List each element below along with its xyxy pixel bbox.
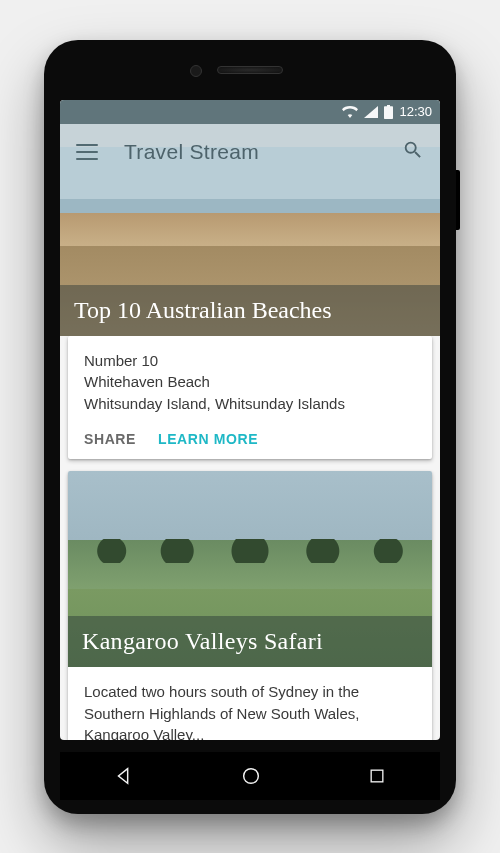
signal-icon bbox=[364, 106, 378, 118]
app-title: Travel Stream bbox=[124, 140, 259, 164]
clock-text: 12:30 bbox=[399, 104, 432, 119]
card-description: Located two hours south of Sydney in the… bbox=[84, 681, 416, 740]
card-actions: SHARE LEARN MORE bbox=[68, 423, 432, 459]
device-earpiece bbox=[217, 66, 283, 74]
status-bar: 12:30 bbox=[60, 100, 440, 124]
card-line: Whitsunday Island, Whitsunday Islands bbox=[84, 393, 416, 415]
app-bar: Travel Stream bbox=[60, 124, 440, 180]
recents-icon[interactable] bbox=[367, 766, 387, 786]
back-icon[interactable] bbox=[113, 765, 135, 787]
search-button[interactable] bbox=[402, 139, 424, 165]
scroll-content[interactable]: Top 10 Australian Beaches Number 10 Whit… bbox=[60, 100, 440, 740]
card-line: Whitehaven Beach bbox=[84, 371, 416, 393]
share-button[interactable]: SHARE bbox=[84, 431, 136, 447]
wifi-icon bbox=[342, 106, 358, 118]
device-screen: 12:30 Travel Stream Top 10 Australian Be… bbox=[60, 100, 440, 740]
svg-rect-0 bbox=[386, 111, 393, 118]
card-body: Located two hours south of Sydney in the… bbox=[68, 667, 432, 740]
android-nav-bar bbox=[60, 752, 440, 800]
card-title: Top 10 Australian Beaches bbox=[60, 285, 440, 336]
battery-icon bbox=[384, 105, 393, 119]
card-line: Number 10 bbox=[84, 350, 416, 372]
svg-point-1 bbox=[244, 768, 259, 783]
learn-more-button[interactable]: LEARN MORE bbox=[158, 431, 258, 447]
menu-icon[interactable] bbox=[76, 144, 98, 160]
card-title: Kangaroo Valleys Safari bbox=[68, 616, 432, 667]
search-icon bbox=[402, 139, 424, 161]
card: Kangaroo Valleys Safari Located two hour… bbox=[68, 471, 432, 740]
card-body: Number 10 Whitehaven Beach Whitsunday Is… bbox=[68, 336, 432, 423]
card-media[interactable]: Kangaroo Valleys Safari bbox=[68, 471, 432, 667]
svg-rect-2 bbox=[371, 770, 383, 782]
home-icon[interactable] bbox=[240, 765, 262, 787]
device-frame: 12:30 Travel Stream Top 10 Australian Be… bbox=[44, 40, 456, 814]
